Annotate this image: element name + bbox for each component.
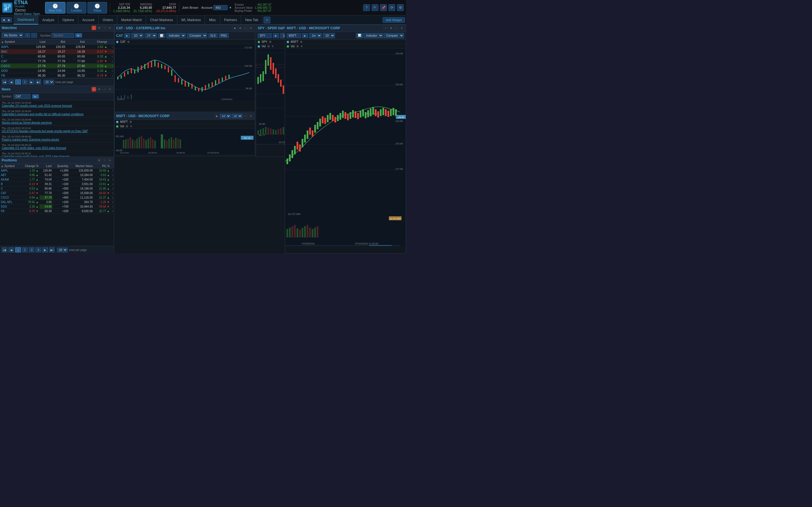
spy-vol-x[interactable]: ✕ <box>271 45 274 48</box>
msft-maximize-btn[interactable]: □ <box>394 26 399 31</box>
news-settings-btn[interactable]: ⚙ <box>97 87 101 92</box>
pos-col-change[interactable]: Change % <box>20 164 40 168</box>
pos-page-first[interactable]: |◀ <box>2 247 7 252</box>
watchlist-remove-btn[interactable]: − <box>31 33 37 38</box>
news-headline[interactable]: Caterpillar's revenues and profits fall … <box>2 113 112 116</box>
positions-maximize-btn[interactable]: □ <box>102 158 107 163</box>
watchlist-symbol-input[interactable] <box>52 33 74 38</box>
msft-x-btn[interactable]: ✕ <box>400 26 404 31</box>
refresh-icon[interactable]: ⟳ <box>389 4 395 11</box>
news-item[interactable]: Thu, 23 Jul 2015 10:12:41 US STOCKS-Nasd… <box>0 126 114 134</box>
city-button-tokyo[interactable]: 🕐 Tokyo <box>87 2 107 13</box>
tab-dashboard[interactable]: Dashboard <box>13 15 38 24</box>
help-icon[interactable]: ? <box>363 4 370 11</box>
positions-row[interactable]: CSCO 0.94 ▲ 27.79 +400 11,116.00 12.37 ▲… <box>0 195 114 200</box>
cat-maximize-btn[interactable]: □ <box>243 26 248 31</box>
news-x-btn[interactable]: ✕ <box>108 87 112 92</box>
tab-misc[interactable]: Misc <box>205 15 220 24</box>
positions-x-btn[interactable]: ✕ <box>108 158 112 163</box>
news-item[interactable]: Thu, 23 Jul 2015 10:30:00 Caterpillar's … <box>0 109 114 117</box>
positions-row[interactable]: ABT 0.86 ▲ 51.42 +200 10,284.00 0.63 ▲ › <box>0 173 114 177</box>
wl-col-bid[interactable]: Bid <box>47 40 66 45</box>
watchlist-row[interactable]: FB 96.30 96.30 96.32 -0.74 ▼ › <box>0 73 114 78</box>
pos-page-prev[interactable]: ◀ <box>8 247 14 252</box>
wl-page-2[interactable]: 2 <box>22 79 28 84</box>
msft-expand-btn[interactable]: ⤢ <box>384 26 388 31</box>
spy-legend-gear[interactable]: ⚙ <box>269 40 271 43</box>
spy-symbol-input[interactable] <box>258 33 272 38</box>
tab-options[interactable]: Options <box>58 15 78 24</box>
spy-vol-gear[interactable]: ⚙ <box>267 45 270 48</box>
city-button-london[interactable]: 🕐 London <box>66 2 86 13</box>
pos-col-last[interactable]: Last <box>40 164 53 168</box>
news-headline[interactable]: Caterpillar posts profit slump, cuts 201… <box>2 155 112 157</box>
tab-orders[interactable]: Orders <box>99 15 117 24</box>
msft-vol-x[interactable]: ✕ <box>301 45 303 48</box>
wl-page-1[interactable]: 1 <box>15 79 21 84</box>
pos-col-pl[interactable]: P/L % <box>94 164 110 168</box>
watchlist-row[interactable]: AAPL 126.84 126.83 126.84 1.62 ▲ › <box>0 45 114 49</box>
pos-rows-per-page[interactable]: 10 <box>57 247 68 252</box>
news-go-btn[interactable]: ▶ <box>32 94 39 99</box>
watchlist-row[interactable]: CAT 77.79 77.78 77.80 -1.97 ▼ › <box>0 59 114 64</box>
news-item[interactable]: Thu, 23 Jul 2015 09:40:00 Pisani's marke… <box>0 134 114 143</box>
add-tab-icon[interactable]: + <box>264 17 270 23</box>
msft-chart-type-btn[interactable]: 📊 <box>356 33 363 38</box>
cat-indicator-select[interactable]: Indicator <box>166 33 186 38</box>
pos-page-2[interactable]: 2 <box>22 247 28 252</box>
pos-col-qty[interactable]: Quantity <box>52 164 69 168</box>
cat-play-btn[interactable]: ▶ <box>124 33 130 38</box>
tab-account[interactable]: Account <box>79 15 99 24</box>
msft-settings-btn[interactable]: ⚙ <box>389 26 393 31</box>
account-dropdown-icon[interactable]: ▼ <box>229 6 232 9</box>
watchlist-maximize-btn[interactable]: □ <box>102 25 107 30</box>
cat-range-select[interactable]: 1Y <box>145 33 157 38</box>
tab-new-tab[interactable]: New Tab <box>241 15 262 24</box>
positions-settings-btn[interactable]: ⚙ <box>97 158 101 163</box>
msft-compare-select[interactable]: Compare <box>384 33 404 38</box>
watchlist-add-btn[interactable]: + <box>24 33 30 38</box>
nav-arrow-left[interactable]: ◀ <box>1 17 6 22</box>
news-headline[interactable]: Caterpillar 2Q results mixed; cuts 2015 … <box>2 104 112 107</box>
pos-col-symbol[interactable]: ▲ Symbol <box>0 164 20 168</box>
msft2-legend-gear[interactable]: ⚙ <box>130 120 132 123</box>
cat-legend-gear[interactable]: ⚙ <box>127 40 130 43</box>
msft-interval-select[interactable]: 1m <box>309 33 322 38</box>
cat-close-btn[interactable]: ■ <box>233 26 237 31</box>
flag-icon[interactable]: 🏳 <box>371 4 378 11</box>
tab-chart-madness[interactable]: Chart Madness <box>146 15 177 24</box>
pos-page-3[interactable]: 3 <box>29 247 35 252</box>
msft-play-btn[interactable]: ▶ <box>302 33 308 38</box>
msft-symbol-input[interactable] <box>287 33 301 38</box>
tab-wl-madness[interactable]: WL Madness <box>177 15 205 24</box>
wl-page-prev[interactable]: ◀ <box>8 79 14 84</box>
cat-png-btn[interactable]: PNG <box>219 33 229 38</box>
news-maximize-btn[interactable]: □ <box>102 87 107 92</box>
tab-partners[interactable]: Partners <box>220 15 241 24</box>
tab-analyze[interactable]: Analyze <box>38 15 59 24</box>
news-item[interactable]: Thu, 23 Jul 2015 10:33:40 Caterpillar 2Q… <box>0 100 114 109</box>
spy-play-btn[interactable]: ▶ <box>273 33 279 38</box>
news-headline[interactable]: Stocks mixed as Street digests earnings <box>2 121 112 124</box>
pin-icon[interactable]: 📌 <box>380 4 387 11</box>
wl-col-last[interactable]: Last <box>27 40 47 45</box>
msft2-vol-x[interactable]: ✕ <box>130 125 132 128</box>
msft2-interval-select[interactable]: 1m <box>220 114 231 118</box>
pos-col-mktval[interactable]: Market Value <box>69 164 94 168</box>
add-widget-button[interactable]: Add Widget <box>383 17 405 23</box>
msft2-x-btn[interactable]: ✕ <box>249 114 253 118</box>
watchlist-go-btn[interactable]: ▶ <box>75 33 82 38</box>
pos-page-next[interactable]: ▶ <box>42 247 48 252</box>
positions-row[interactable]: C 0.53 ▲ 60.66 +300 18,198.00 21.80 ▲ › <box>0 186 114 191</box>
positions-row[interactable]: DAL.NFL 78.91 ▲ 2.65 +100 264.78 -1.25 ▼… <box>0 200 114 205</box>
cat-chart-type-btn[interactable]: 📊 <box>158 33 165 38</box>
msft2-vol-gear[interactable]: ⚙ <box>126 125 128 128</box>
pos-page-1[interactable]: 1 <box>15 247 21 252</box>
wl-rows-per-page[interactable]: 10 <box>43 80 54 84</box>
settings-icon[interactable]: ⚙ <box>397 4 404 11</box>
wl-page-last[interactable]: ▶| <box>36 79 41 84</box>
news-headline[interactable]: Caterpillar Q2 profit slides, cuts 2015 … <box>2 147 112 150</box>
positions-row[interactable]: AAPL 1.29 ▲ 126.84 +1,000 126,839.00 10.… <box>0 168 114 173</box>
wl-page-next[interactable]: ▶ <box>29 79 35 84</box>
wl-page-first[interactable]: |◀ <box>2 79 7 84</box>
